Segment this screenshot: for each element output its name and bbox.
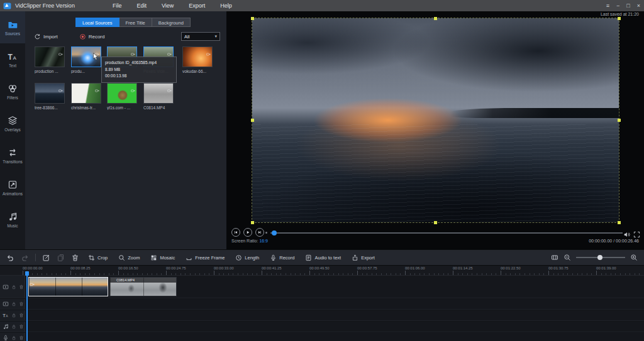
selection-handle[interactable]: [251, 119, 254, 122]
tab-background[interactable]: Background: [152, 18, 191, 27]
menu-edit[interactable]: Edit: [136, 3, 147, 9]
selection-handle[interactable]: [618, 17, 621, 20]
media-item[interactable]: C0814.MP4: [143, 83, 174, 110]
sidebar-item-label: Animations: [3, 192, 23, 196]
selection-handle[interactable]: [434, 17, 437, 20]
copy-icon[interactable]: [57, 254, 65, 262]
media-item[interactable]: vokudar-66...: [182, 46, 213, 73]
edit-icon[interactable]: [42, 254, 50, 262]
sidebar-item-text[interactable]: TAText: [0, 43, 25, 75]
media-thumbnail: [35, 46, 65, 67]
selection-handle[interactable]: [251, 221, 254, 224]
sidebar-item-music[interactable]: Music: [0, 203, 25, 235]
tab-local-sources[interactable]: Local Sources: [75, 18, 119, 27]
undo-icon[interactable]: [6, 254, 14, 262]
tab-free-title[interactable]: Free Title: [119, 18, 152, 27]
seek-handle[interactable]: [272, 230, 277, 235]
lock-icon[interactable]: [11, 313, 16, 318]
folder-play-icon: [8, 19, 18, 30]
toolbar-button-label: Length: [245, 255, 259, 261]
menu-file[interactable]: File: [113, 3, 122, 9]
import-button[interactable]: Import: [34, 33, 58, 40]
timeline-clip-1[interactable]: C0814.MP4: [109, 277, 177, 296]
video-viewport[interactable]: [252, 18, 619, 223]
lock-icon[interactable]: [11, 335, 16, 340]
filter-dropdown[interactable]: All ▾: [181, 32, 220, 41]
track-lane[interactable]: [25, 322, 644, 332]
playhead-handle[interactable]: [25, 271, 29, 276]
zoom-button[interactable]: Zoom: [118, 254, 140, 261]
sidebar-item-overlays[interactable]: Overlays: [0, 107, 25, 139]
window-controls: ≡−□×: [606, 0, 640, 11]
crop-button[interactable]: Crop: [88, 254, 108, 261]
media-item[interactable]: christmas-tr...: [71, 83, 101, 110]
media-item[interactable]: tree-83866...: [35, 83, 65, 110]
close-button[interactable]: ×: [637, 3, 640, 9]
trash-icon[interactable]: [19, 313, 24, 318]
minimize-button[interactable]: −: [616, 3, 619, 9]
lock-icon[interactable]: [11, 301, 16, 306]
length-button[interactable]: Length: [235, 254, 259, 261]
track-header: TA: [0, 310, 25, 320]
svg-text:A: A: [6, 314, 8, 318]
track-lane[interactable]: C0814.MP4: [25, 276, 644, 298]
toolbar-button-label: Audio to text: [314, 255, 341, 261]
freeze-frame-button[interactable]: Freeze Frame: [186, 254, 225, 261]
audio-to-text-button[interactable]: Audio to text: [305, 254, 341, 261]
menu-help[interactable]: Help: [220, 3, 232, 9]
timeline-ruler[interactable]: 00:00:00.0000:00:08.2500:00:16.5000:00:2…: [0, 266, 644, 276]
previous-frame-button[interactable]: [231, 228, 240, 237]
volume-icon[interactable]: [623, 229, 630, 236]
selection-handle[interactable]: [434, 221, 437, 224]
record-button[interactable]: Record: [79, 33, 105, 40]
overlays-icon: [8, 116, 18, 126]
trash-icon[interactable]: [19, 335, 24, 340]
trash-icon[interactable]: [71, 254, 79, 262]
mosaic-button[interactable]: Mosaic: [150, 254, 175, 261]
media-item[interactable]: production ...: [35, 46, 65, 73]
seek-bar[interactable]: [270, 232, 623, 234]
sidebar-item-sources[interactable]: Sources: [0, 11, 25, 43]
media-item-label: C0814.MP4: [143, 106, 174, 110]
lock-icon[interactable]: [11, 324, 16, 329]
history-tools: [0, 254, 79, 262]
mouse-cursor: [93, 53, 99, 60]
fit-timeline-icon[interactable]: [551, 254, 558, 261]
selection-handle[interactable]: [618, 119, 621, 122]
zoom-out-icon[interactable]: [564, 254, 571, 261]
timeline-zoom-slider[interactable]: [576, 257, 625, 258]
trash-icon[interactable]: [19, 284, 24, 290]
next-frame-button[interactable]: [255, 228, 264, 237]
zoom-in-icon[interactable]: [630, 254, 638, 261]
menu-export[interactable]: Export: [189, 3, 205, 9]
menu-view[interactable]: View: [162, 3, 174, 9]
trash-icon[interactable]: [19, 324, 24, 329]
timeline-zoom-handle[interactable]: [597, 255, 602, 260]
selection-handle[interactable]: [618, 221, 621, 224]
ruler-timestamp: 00:01:30.75: [548, 266, 569, 270]
sidebar-item-filters[interactable]: Filters: [0, 75, 25, 107]
export-button[interactable]: Export: [352, 254, 375, 261]
app-menu-button[interactable]: ≡: [606, 3, 609, 9]
sidebar-item-transitions[interactable]: Transitions: [0, 139, 25, 171]
selection-handle[interactable]: [251, 17, 254, 20]
play-button[interactable]: [243, 228, 252, 237]
redo-icon[interactable]: [21, 254, 29, 262]
playhead[interactable]: [26, 271, 28, 341]
toolbar-separator: [35, 254, 36, 261]
track-lane[interactable]: [25, 299, 644, 309]
timeline-track-text-2: TA: [0, 310, 644, 321]
screen-ratio-value[interactable]: 16:9: [259, 239, 268, 243]
track-lane[interactable]: [25, 310, 644, 320]
fullscreen-icon[interactable]: [633, 229, 640, 236]
maximize-button[interactable]: □: [626, 3, 630, 9]
track-lane[interactable]: [25, 333, 644, 341]
media-tabs: Local SourcesFree TitleBackground: [75, 18, 191, 27]
record-button[interactable]: Record: [270, 254, 294, 261]
trash-icon[interactable]: [19, 301, 24, 306]
sidebar-item-animations[interactable]: Animations: [0, 171, 25, 203]
media-item[interactable]: yt1s.com - ...: [107, 83, 137, 110]
lock-icon[interactable]: [11, 284, 16, 290]
track-header: [0, 322, 25, 332]
timeline-clip-0[interactable]: [28, 277, 108, 296]
